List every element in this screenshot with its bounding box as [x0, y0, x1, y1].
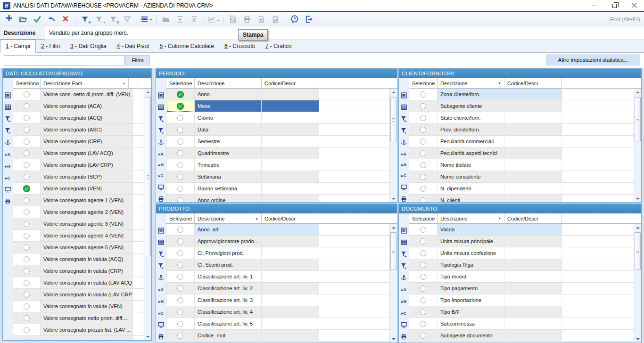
table-row[interactable]: Valore consegnato agente 4 (VEN) [13, 230, 144, 242]
filter-arrow-icon[interactable] [401, 251, 407, 257]
monitor-icon[interactable] [158, 184, 164, 190]
scrollbar-thumb[interactable] [390, 232, 396, 270]
add-icon[interactable]: + [2, 13, 16, 25]
radio-button[interactable] [177, 115, 183, 121]
table-row[interactable]: Valore consegnato agente 2 (VEN) [13, 206, 144, 218]
arrow-c-icon[interactable]: ▸C [401, 173, 407, 179]
radio-button[interactable] [420, 286, 426, 292]
table-row[interactable]: Valore consegnato (CRP) [13, 136, 144, 147]
table-row[interactable]: Cl. Sconti prod. [166, 259, 389, 271]
anchor-icon[interactable] [401, 275, 407, 281]
add-group-icon[interactable] [159, 13, 173, 25]
anchor-icon[interactable] [158, 139, 164, 146]
export-word-icon[interactable] [269, 13, 282, 25]
anchor-icon[interactable] [158, 275, 164, 281]
radio-button[interactable] [177, 186, 183, 192]
radio-button[interactable] [420, 115, 426, 121]
arrow-x-icon[interactable]: ▸X [158, 151, 164, 156]
column-header-pad[interactable] [129, 78, 138, 89]
vertical-scrollbar[interactable] [144, 78, 151, 340]
print-preview-icon[interactable] [226, 13, 239, 25]
printer-icon[interactable] [158, 334, 164, 340]
table-row[interactable]: Valore consegnato (LAV ACQ) [13, 147, 144, 159]
scrollbar-track[interactable] [144, 89, 151, 340]
filter-pin-icon[interactable] [158, 263, 164, 269]
monitor-icon[interactable] [158, 322, 164, 328]
scroll-up-icon[interactable] [634, 224, 641, 231]
scrollbar-thumb[interactable] [635, 97, 641, 141]
table-row[interactable]: Classificazione art. liv. 3 [166, 294, 389, 306]
radio-button[interactable] [24, 91, 30, 98]
arrow-h-icon[interactable]: ▸H [158, 162, 164, 167]
radio-button[interactable] [24, 174, 30, 180]
chart-icon[interactable] [207, 13, 220, 25]
scrollbar-thumb[interactable] [390, 97, 396, 142]
column-header-descrizione[interactable]: Descrizione▲ [195, 213, 262, 224]
scroll-down-icon[interactable] [390, 195, 397, 202]
delete-icon[interactable]: × [59, 13, 72, 25]
column-header-selezione[interactable]: Selezione [409, 78, 438, 89]
table-row[interactable]: Valore consegnato agente 5 (VEN) [13, 242, 144, 253]
filter-input[interactable] [4, 55, 125, 65]
table-row[interactable]: Valore consegnato prezzo list. (LAV ... [13, 336, 144, 340]
column-header-codice-descr[interactable]: Codice/Descr [504, 213, 562, 224]
table-row[interactable]: Prov. cliente/forn. [409, 124, 634, 136]
radio-button[interactable] [24, 197, 30, 204]
filter-pin-icon[interactable] [401, 263, 407, 269]
filter-pin-icon[interactable] [158, 128, 164, 134]
table-row[interactable]: Zona cliente/forn. [409, 89, 634, 100]
arrow-c-icon[interactable]: ▸C [158, 310, 164, 316]
radio-button[interactable] [24, 303, 30, 310]
table-row[interactable]: Tipo importazione [409, 294, 634, 306]
grid-view-icon[interactable] [158, 104, 164, 110]
radio-button[interactable] [177, 321, 183, 327]
table-row[interactable]: Valore consegnato (SCP) [13, 171, 144, 183]
radio-button[interactable] [24, 245, 30, 251]
filtra-button[interactable]: Filtra [125, 55, 150, 65]
table-row[interactable]: Tipo record [409, 271, 634, 283]
radio-button[interactable] [420, 174, 426, 180]
grid-view-icon[interactable] [5, 104, 11, 110]
radio-button[interactable] [177, 162, 183, 168]
column-header-selezione[interactable]: Selezione [166, 213, 195, 224]
monitor-icon[interactable] [401, 184, 407, 190]
filter-arrow-icon[interactable] [5, 116, 11, 122]
radio-button[interactable] [420, 103, 426, 109]
vertical-scrollbar[interactable] [634, 78, 641, 202]
table-row[interactable]: Tipologia Riga [409, 259, 634, 271]
altre-impostazioni-button[interactable]: Altre impostazioni statistica... [546, 54, 640, 65]
table-row[interactable]: Subagente cliente [409, 100, 634, 112]
sort-asc-icon[interactable]: ▲ [255, 217, 258, 220]
grid-view-icon[interactable] [401, 104, 407, 110]
radio-button[interactable] [24, 209, 30, 215]
filter-pin-icon[interactable] [5, 128, 11, 134]
table-row[interactable]: Valore consegnato in valuta (LAV CRP) [13, 289, 144, 301]
monitor-icon[interactable] [5, 187, 11, 193]
radio-button[interactable] [177, 333, 183, 339]
table-row[interactable]: Valore consegnato (ACQ) [13, 112, 144, 124]
vertical-scrollbar[interactable] [389, 78, 397, 202]
arrow-c-icon[interactable]: ▸C [5, 175, 11, 181]
table-row[interactable]: Classificazione art. liv. 2 [166, 283, 389, 294]
radio-button[interactable] [177, 127, 183, 133]
table-row[interactable]: Valore cons. netto di prom. diff. (VEN) [13, 89, 144, 100]
radio-button[interactable] [420, 309, 426, 315]
radio-button[interactable] [420, 186, 426, 192]
table-row[interactable]: Valore consegnato in valuta (CRP) [13, 265, 144, 277]
dropdown-icon[interactable]: ▼ [498, 82, 501, 85]
arrow-x-icon[interactable]: ▸X [5, 151, 11, 157]
table-row[interactable]: Tipo pagamento [409, 283, 634, 294]
table-row[interactable]: Data [166, 124, 389, 136]
tab-dati-griglia[interactable]: 3 - Dati Griglia [65, 40, 112, 53]
table-row[interactable]: Valore consegnato in valuta (ACQ) [13, 253, 144, 265]
arrow-h-icon[interactable]: ▸H [5, 163, 11, 169]
radio-button[interactable] [420, 262, 426, 268]
undo-icon[interactable] [45, 13, 58, 25]
filter-icon[interactable] [121, 13, 134, 25]
table-row[interactable]: Tipo B/F [409, 306, 634, 318]
radio-button[interactable] [420, 250, 426, 256]
confirm-icon[interactable] [31, 13, 44, 25]
radio-button[interactable] [420, 227, 426, 233]
radio-button[interactable] [24, 162, 30, 168]
radio-button[interactable] [177, 197, 183, 203]
